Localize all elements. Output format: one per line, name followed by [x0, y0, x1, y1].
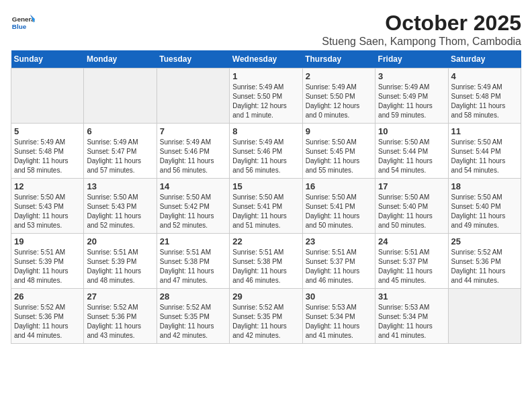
calendar-cell: 7Sunrise: 5:49 AM Sunset: 5:46 PM Daylig… — [157, 124, 229, 179]
calendar-cell: 8Sunrise: 5:49 AM Sunset: 5:46 PM Daylig… — [230, 124, 302, 179]
day-info: Sunrise: 5:52 AM Sunset: 5:35 PM Dayligh… — [232, 303, 299, 340]
day-info: Sunrise: 5:52 AM Sunset: 5:35 PM Dayligh… — [160, 303, 226, 340]
day-info: Sunrise: 5:50 AM Sunset: 5:43 PM Dayligh… — [87, 193, 153, 230]
day-number: 24 — [378, 236, 445, 246]
day-number: 9 — [306, 126, 372, 136]
calendar-week-1: 1Sunrise: 5:49 AM Sunset: 5:50 PM Daylig… — [11, 68, 521, 124]
header-day-tuesday: Tuesday — [157, 50, 229, 68]
day-number: 23 — [306, 236, 372, 246]
day-number: 30 — [306, 291, 372, 302]
day-number: 22 — [232, 236, 299, 246]
day-number: 13 — [87, 181, 153, 191]
day-number: 10 — [378, 126, 445, 136]
calendar-table: SundayMondayTuesdayWednesdayThursdayFrid… — [11, 50, 521, 344]
calendar-cell: 24Sunrise: 5:51 AM Sunset: 5:37 PM Dayli… — [375, 234, 448, 289]
day-info: Sunrise: 5:52 AM Sunset: 5:36 PM Dayligh… — [14, 303, 81, 340]
day-info: Sunrise: 5:49 AM Sunset: 5:50 PM Dayligh… — [306, 83, 372, 120]
page-header: General Blue October 2025 Stueng Saen, K… — [11, 11, 521, 48]
calendar-cell: 20Sunrise: 5:51 AM Sunset: 5:39 PM Dayli… — [84, 234, 157, 289]
day-number: 26 — [14, 291, 81, 302]
day-info: Sunrise: 5:49 AM Sunset: 5:47 PM Dayligh… — [87, 138, 153, 175]
day-number: 4 — [451, 71, 518, 81]
calendar-week-4: 19Sunrise: 5:51 AM Sunset: 5:39 PM Dayli… — [11, 234, 521, 289]
day-info: Sunrise: 5:51 AM Sunset: 5:38 PM Dayligh… — [232, 248, 299, 285]
day-info: Sunrise: 5:52 AM Sunset: 5:36 PM Dayligh… — [87, 303, 153, 340]
calendar-cell: 31Sunrise: 5:53 AM Sunset: 5:34 PM Dayli… — [375, 289, 448, 344]
day-number: 27 — [87, 291, 153, 302]
calendar-cell: 29Sunrise: 5:52 AM Sunset: 5:35 PM Dayli… — [230, 289, 302, 344]
calendar-cell: 26Sunrise: 5:52 AM Sunset: 5:36 PM Dayli… — [11, 289, 84, 344]
day-number: 31 — [378, 291, 445, 302]
calendar-cell — [157, 68, 229, 124]
day-number: 17 — [378, 181, 445, 191]
day-info: Sunrise: 5:50 AM Sunset: 5:45 PM Dayligh… — [306, 138, 372, 175]
day-info: Sunrise: 5:51 AM Sunset: 5:37 PM Dayligh… — [306, 248, 372, 285]
day-info: Sunrise: 5:51 AM Sunset: 5:39 PM Dayligh… — [87, 248, 153, 285]
calendar-cell: 1Sunrise: 5:49 AM Sunset: 5:50 PM Daylig… — [230, 68, 302, 124]
month-title: October 2025 — [322, 11, 521, 36]
day-number: 21 — [160, 236, 226, 246]
day-number: 2 — [306, 71, 372, 81]
day-number: 28 — [160, 291, 226, 302]
calendar-cell: 17Sunrise: 5:50 AM Sunset: 5:40 PM Dayli… — [375, 179, 448, 234]
day-info: Sunrise: 5:51 AM Sunset: 5:39 PM Dayligh… — [14, 248, 81, 285]
day-number: 1 — [232, 71, 299, 81]
calendar-cell: 9Sunrise: 5:50 AM Sunset: 5:45 PM Daylig… — [302, 124, 375, 179]
calendar-cell: 28Sunrise: 5:52 AM Sunset: 5:35 PM Dayli… — [157, 289, 229, 344]
day-number: 14 — [160, 181, 226, 191]
day-info: Sunrise: 5:49 AM Sunset: 5:46 PM Dayligh… — [160, 138, 226, 175]
calendar-header-row: SundayMondayTuesdayWednesdayThursdayFrid… — [11, 50, 521, 68]
day-info: Sunrise: 5:49 AM Sunset: 5:48 PM Dayligh… — [451, 83, 518, 120]
title-area: October 2025 Stueng Saen, Kampong Thom, … — [322, 11, 521, 48]
header-day-friday: Friday — [375, 50, 448, 68]
day-info: Sunrise: 5:50 AM Sunset: 5:44 PM Dayligh… — [378, 138, 445, 175]
day-info: Sunrise: 5:53 AM Sunset: 5:34 PM Dayligh… — [378, 303, 445, 340]
calendar-cell: 12Sunrise: 5:50 AM Sunset: 5:43 PM Dayli… — [11, 179, 84, 234]
day-info: Sunrise: 5:49 AM Sunset: 5:46 PM Dayligh… — [232, 138, 299, 175]
calendar-cell: 10Sunrise: 5:50 AM Sunset: 5:44 PM Dayli… — [375, 124, 448, 179]
calendar-cell: 3Sunrise: 5:49 AM Sunset: 5:49 PM Daylig… — [375, 68, 448, 124]
day-number: 11 — [451, 126, 518, 136]
calendar-cell — [84, 68, 157, 124]
calendar-cell: 30Sunrise: 5:53 AM Sunset: 5:34 PM Dayli… — [302, 289, 375, 344]
calendar-cell: 11Sunrise: 5:50 AM Sunset: 5:44 PM Dayli… — [448, 124, 521, 179]
day-info: Sunrise: 5:51 AM Sunset: 5:37 PM Dayligh… — [378, 248, 445, 285]
day-number: 8 — [232, 126, 299, 136]
day-info: Sunrise: 5:51 AM Sunset: 5:38 PM Dayligh… — [160, 248, 226, 285]
calendar-cell: 13Sunrise: 5:50 AM Sunset: 5:43 PM Dayli… — [84, 179, 157, 234]
calendar-week-5: 26Sunrise: 5:52 AM Sunset: 5:36 PM Dayli… — [11, 289, 521, 344]
day-info: Sunrise: 5:50 AM Sunset: 5:41 PM Dayligh… — [306, 193, 372, 230]
day-number: 19 — [14, 236, 81, 246]
day-info: Sunrise: 5:50 AM Sunset: 5:44 PM Dayligh… — [451, 138, 518, 175]
header-day-thursday: Thursday — [302, 50, 375, 68]
day-number: 3 — [378, 71, 445, 81]
day-info: Sunrise: 5:49 AM Sunset: 5:49 PM Dayligh… — [378, 83, 445, 120]
calendar-cell: 25Sunrise: 5:52 AM Sunset: 5:36 PM Dayli… — [448, 234, 521, 289]
logo-icon: General Blue — [11, 11, 35, 35]
day-info: Sunrise: 5:50 AM Sunset: 5:43 PM Dayligh… — [14, 193, 81, 230]
day-number: 29 — [232, 291, 299, 302]
day-number: 7 — [160, 126, 226, 136]
calendar-cell: 6Sunrise: 5:49 AM Sunset: 5:47 PM Daylig… — [84, 124, 157, 179]
day-info: Sunrise: 5:50 AM Sunset: 5:41 PM Dayligh… — [232, 193, 299, 230]
calendar-cell: 4Sunrise: 5:49 AM Sunset: 5:48 PM Daylig… — [448, 68, 521, 124]
day-number: 12 — [14, 181, 81, 191]
calendar-cell — [11, 68, 84, 124]
day-info: Sunrise: 5:50 AM Sunset: 5:42 PM Dayligh… — [160, 193, 226, 230]
calendar-cell — [448, 289, 521, 344]
day-number: 20 — [87, 236, 153, 246]
day-number: 5 — [14, 126, 81, 136]
header-day-monday: Monday — [84, 50, 157, 68]
calendar-cell: 16Sunrise: 5:50 AM Sunset: 5:41 PM Dayli… — [302, 179, 375, 234]
day-number: 6 — [87, 126, 153, 136]
day-info: Sunrise: 5:52 AM Sunset: 5:36 PM Dayligh… — [451, 248, 518, 285]
day-number: 18 — [451, 181, 518, 191]
calendar-cell: 19Sunrise: 5:51 AM Sunset: 5:39 PM Dayli… — [11, 234, 84, 289]
location-title: Stueng Saen, Kampong Thom, Cambodia — [322, 36, 521, 48]
calendar-cell: 5Sunrise: 5:49 AM Sunset: 5:48 PM Daylig… — [11, 124, 84, 179]
calendar-week-2: 5Sunrise: 5:49 AM Sunset: 5:48 PM Daylig… — [11, 124, 521, 179]
calendar-cell: 15Sunrise: 5:50 AM Sunset: 5:41 PM Dayli… — [230, 179, 302, 234]
day-info: Sunrise: 5:49 AM Sunset: 5:48 PM Dayligh… — [14, 138, 81, 175]
svg-text:Blue: Blue — [12, 23, 27, 30]
calendar-week-3: 12Sunrise: 5:50 AM Sunset: 5:43 PM Dayli… — [11, 179, 521, 234]
